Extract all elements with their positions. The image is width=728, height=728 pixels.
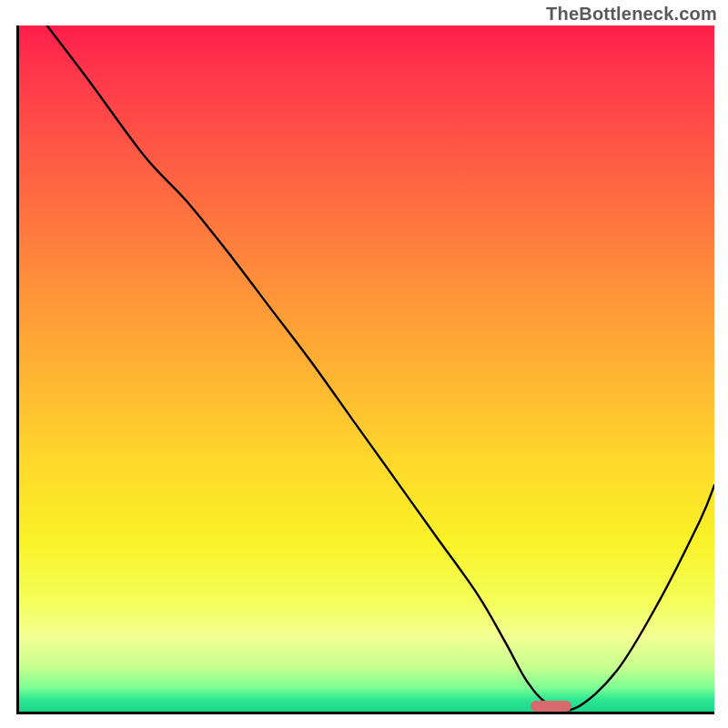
chart-area	[16, 25, 714, 714]
optimal-marker	[531, 701, 572, 712]
bottleneck-curve	[19, 25, 714, 712]
watermark-text: TheBottleneck.com	[546, 4, 717, 25]
